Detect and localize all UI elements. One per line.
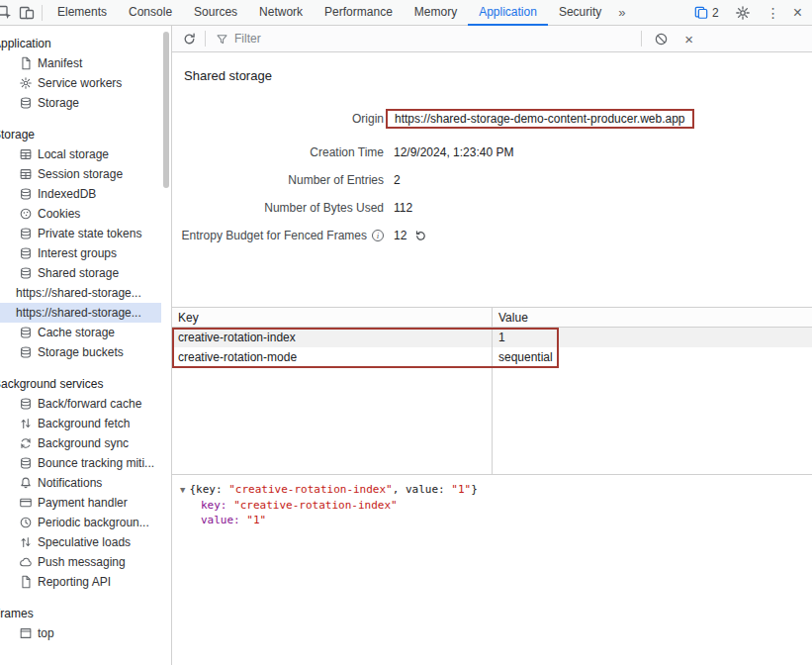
metadata-row-origin: Originhttps://shared-storage-demo-conten…: [184, 99, 800, 139]
section-header-application: Application: [0, 34, 161, 53]
tabbar-left-tools: [0, 5, 46, 21]
sidebar-scrollbar[interactable]: [162, 28, 170, 661]
sidebar-item-label: Storage: [38, 96, 79, 110]
tab-performance[interactable]: Performance: [314, 0, 404, 26]
inspect-element-icon[interactable]: [0, 5, 13, 21]
metadata-value: https://shared-storage-demo-content-prod…: [394, 109, 694, 129]
scrollbar-thumb[interactable]: [163, 32, 169, 188]
settings-gear-icon[interactable]: [735, 5, 751, 21]
sidebar-item-background-sync[interactable]: Background sync: [0, 433, 161, 453]
tab-elements[interactable]: Elements: [46, 0, 118, 26]
sidebar-item-shared-storage[interactable]: Shared storage: [0, 263, 161, 283]
sidebar-item-label: Manifest: [38, 56, 82, 70]
sidebar-item-cookies[interactable]: Cookies: [0, 204, 161, 224]
tab-strip: ElementsConsoleSourcesNetworkPerformance…: [46, 0, 612, 26]
sidebar-item-speculative-loads[interactable]: Speculative loads: [0, 532, 161, 552]
document-icon: [19, 56, 33, 70]
metadata-list: Originhttps://shared-storage-demo-conten…: [184, 99, 800, 249]
column-header-value[interactable]: Value: [492, 308, 812, 327]
sidebar-item-bounce-tracking-miti[interactable]: Bounce tracking miti...: [0, 453, 161, 473]
refresh-icon[interactable]: [182, 32, 197, 47]
sidebar-item-private-state-tokens[interactable]: Private state tokens: [0, 224, 161, 243]
clock-icon: [19, 516, 33, 529]
tabbar-right-tools: 2 ⋮ ×: [694, 5, 812, 21]
sidebar-item-label: IndexedDB: [38, 187, 96, 201]
metadata-value: 12: [394, 229, 427, 242]
sidebar-item-https-shared-storage-0[interactable]: https://shared-storage...: [0, 283, 161, 303]
issues-icon: [694, 6, 708, 20]
bell-icon: [19, 476, 33, 490]
gear-icon: [19, 76, 33, 90]
metadata-value-text: 112: [394, 201, 412, 215]
sidebar-item-label: Background sync: [38, 436, 129, 450]
sidebar-item-local-storage[interactable]: Local storage: [0, 144, 161, 164]
sidebar-item-back-forward-cache[interactable]: Back/forward cache: [0, 394, 161, 414]
section-header-frames: Frames: [0, 604, 161, 623]
expander-triangle-icon[interactable]: ▼: [180, 485, 185, 495]
application-sidebar: ApplicationManifestService workersStorag…: [0, 26, 171, 665]
sidebar-item-notifications[interactable]: Notifications: [0, 473, 161, 493]
sidebar-item-label: Cookies: [38, 207, 80, 221]
sidebar-item-storage[interactable]: Storage: [0, 93, 161, 113]
tab-network[interactable]: Network: [248, 0, 314, 26]
metadata-row-creation-time: Creation Time12/9/2024, 1:23:40 PM: [184, 139, 800, 166]
sidebar-item-label: Session storage: [38, 167, 123, 181]
cookie-icon: [19, 207, 33, 221]
column-header-key[interactable]: Key: [172, 308, 492, 327]
cell-key: creative-rotation-index: [172, 328, 492, 347]
database-icon: [19, 227, 33, 240]
tab-console[interactable]: Console: [118, 0, 183, 26]
sidebar-item-indexeddb[interactable]: IndexedDB: [0, 184, 161, 204]
tab-sources[interactable]: Sources: [183, 0, 248, 26]
reset-budget-icon[interactable]: [414, 230, 427, 242]
delete-selected-icon[interactable]: ×: [675, 31, 701, 48]
sidebar-item-https-shared-storage-1[interactable]: https://shared-storage...: [0, 303, 161, 323]
filter-input[interactable]: Filter: [216, 32, 637, 46]
preview-token: }: [471, 483, 478, 496]
sidebar-item-session-storage[interactable]: Session storage: [0, 164, 161, 184]
sidebar-item-service-workers[interactable]: Service workers: [0, 73, 161, 93]
metadata-value-text: 12/9/2024, 1:23:40 PM: [394, 145, 513, 159]
preview-object-line[interactable]: ▼{key: "creative-rotation-index", value:…: [180, 482, 804, 498]
sidebar-item-payment-handler[interactable]: Payment handler: [0, 493, 161, 513]
sidebar-item-push-messaging[interactable]: Push messaging: [0, 552, 161, 572]
sidebar-item-top[interactable]: top: [0, 623, 161, 643]
toolbar-divider: [205, 31, 206, 47]
sidebar-item-cache-storage[interactable]: Cache storage: [0, 323, 161, 342]
annotation-box-origin: https://shared-storage-demo-content-prod…: [386, 109, 694, 129]
table-icon: [19, 167, 33, 181]
table-icon: [19, 147, 33, 161]
close-devtools-icon[interactable]: ×: [793, 5, 802, 21]
tab-security[interactable]: Security: [548, 0, 612, 26]
section-header-background-services: Background services: [0, 374, 161, 394]
more-tabs-button[interactable]: »: [612, 5, 631, 20]
sidebar-item-periodic-backgroun[interactable]: Periodic backgroun...: [0, 513, 161, 532]
database-icon: [19, 326, 33, 339]
preview-token: "1": [451, 483, 471, 496]
cloud-icon: [19, 555, 33, 569]
devtools-tabbar: ElementsConsoleSourcesNetworkPerformance…: [0, 0, 812, 26]
devtools-window: ElementsConsoleSourcesNetworkPerformance…: [0, 0, 812, 665]
sidebar-item-interest-groups[interactable]: Interest groups: [0, 243, 161, 263]
sidebar-item-label: Back/forward cache: [38, 397, 141, 411]
device-toolbar-icon[interactable]: [19, 5, 35, 21]
sidebar-item-storage-buckets[interactable]: Storage buckets: [0, 342, 161, 362]
preview-property-key: key: "creative-rotation-index": [180, 498, 804, 513]
sidebar-item-label: Push messaging: [38, 555, 126, 569]
sidebar-item-manifest[interactable]: Manifest: [0, 53, 161, 73]
storage-items-grid: Key Value creative-rotation-index1creati…: [172, 307, 812, 475]
column-divider[interactable]: [492, 308, 493, 474]
metadata-value-text: 12: [394, 229, 406, 242]
tab-application[interactable]: Application: [468, 0, 548, 26]
issues-badge[interactable]: 2: [694, 6, 719, 20]
up-down-arrows-icon: [19, 535, 33, 549]
sidebar-item-label: Speculative loads: [38, 535, 131, 549]
tab-memory[interactable]: Memory: [404, 0, 468, 26]
metadata-label-text: Creation Time: [310, 145, 384, 159]
clear-all-icon[interactable]: [654, 32, 669, 47]
sidebar-item-reporting-api[interactable]: Reporting API: [0, 572, 161, 592]
sidebar-item-label: Notifications: [38, 476, 102, 490]
sidebar-item-background-fetch[interactable]: Background fetch: [0, 414, 161, 433]
filter-placeholder: Filter: [234, 32, 261, 46]
kebab-menu-icon[interactable]: ⋮: [767, 6, 780, 20]
